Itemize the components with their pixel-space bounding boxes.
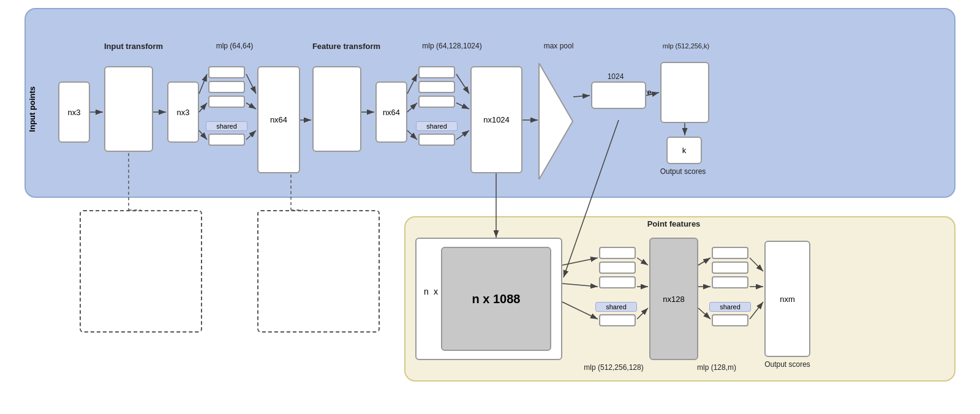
mlp-mini-2a [418, 66, 455, 78]
input-transform-box [104, 66, 153, 152]
feature-transform-box [312, 66, 361, 152]
input-transform-label: Input transform [103, 42, 164, 51]
nx128-box: nx128 [649, 238, 698, 360]
nx1024-box: nx1024 [470, 66, 522, 173]
max-pool-label: max pool [540, 42, 577, 50]
mlp-6464-label: mlp (64,64) [207, 42, 262, 50]
nxm-box: nxm [764, 241, 810, 357]
x-label: x [434, 287, 438, 296]
mlp-stack-2 [418, 66, 455, 108]
mlp-128m-label: mlp (128,m) [686, 363, 747, 372]
nx64-box-2: nx64 [375, 81, 407, 143]
mlp-mini-3d [599, 314, 636, 326]
svg-marker-0 [539, 63, 573, 179]
diagram-container: Input points nx3 Input transform nx3 mlp… [12, 8, 968, 406]
mlp-mini-2d [418, 134, 455, 146]
mlp-mini-1d [208, 134, 245, 146]
mlp-mini-4b [712, 262, 748, 274]
mlp-mini-4a [712, 247, 748, 259]
mlp-512256k-label: mlp (512,256,k) [658, 42, 714, 50]
shared-label-4: shared [709, 302, 751, 312]
shared-label-3: shared [595, 302, 637, 312]
mlp-mini-1b [208, 81, 245, 93]
k-box: k [666, 137, 702, 164]
mlp-stack-1b [208, 134, 245, 146]
mlp-stack-3b [599, 314, 636, 326]
feature-transform-label: Feature transform [311, 42, 382, 51]
mlp-stack-1 [208, 66, 245, 108]
mlp-mini-1c [208, 96, 245, 108]
mlp-mini-4d [712, 314, 748, 326]
mlp-mini-2c [418, 96, 455, 108]
nx3-box-2: nx3 [167, 81, 199, 143]
nx3-box-1: nx3 [58, 81, 90, 143]
mlp-stack-2b [418, 134, 455, 146]
mlp-mini-2b [418, 81, 455, 93]
input-points-label: Input points [28, 45, 37, 173]
mlp-stack-4 [712, 247, 748, 288]
mlp-641281024-label: mlp (64,128,1024) [415, 42, 489, 50]
mlp-stack-4b [712, 314, 748, 326]
shared-label-2: shared [416, 121, 458, 131]
mlp-mini-4c [712, 276, 748, 288]
mlp-mini-3b [599, 262, 636, 274]
mlp-mini-3a [599, 247, 636, 259]
point-features-label: Point features [625, 219, 723, 228]
nx64-box-1: nx64 [257, 66, 300, 173]
dashed-box-1 [80, 210, 202, 333]
max-pool-shape [533, 63, 576, 179]
mlp-mini-1a [208, 66, 245, 78]
output-scores-top-label: Output scores [649, 167, 717, 176]
nx1088-gray-box: n x 1088 [441, 247, 551, 351]
mlp-mini-3c [599, 276, 636, 288]
mlp-512256k-box [660, 62, 709, 123]
dashed-box-2 [257, 210, 380, 333]
1024-box [591, 81, 646, 109]
mlp-512256128-label: mlp (512,256,128) [571, 363, 657, 372]
n-label: n [424, 287, 429, 296]
output-scores-bottom-label: Output scores [758, 360, 816, 369]
mlp-stack-3 [599, 247, 636, 288]
shared-label-1: shared [206, 121, 247, 131]
1024-label: 1024 [597, 72, 634, 81]
